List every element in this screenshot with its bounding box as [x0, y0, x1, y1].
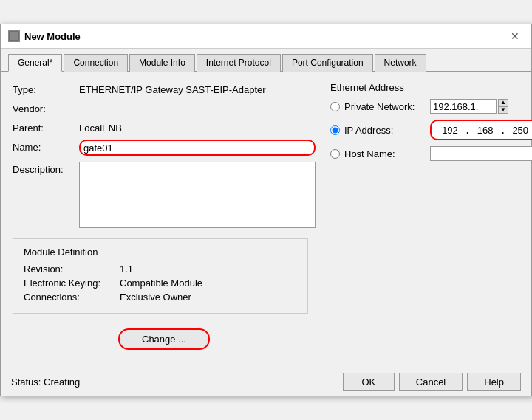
electronic-keying-value: Compatible Module: [120, 278, 202, 289]
host-name-input[interactable]: [430, 146, 532, 161]
module-def-title: Module Definition: [24, 247, 297, 258]
change-button-area: Change ...: [13, 328, 316, 350]
status-value: Creating: [44, 376, 80, 388]
private-network-row: Private Network: ▲ ▼: [330, 99, 532, 114]
ok-button[interactable]: OK: [343, 373, 395, 391]
title-bar: New Module ✕: [1, 24, 531, 49]
status-bar: Status: Creating OK Cancel Help: [1, 368, 531, 396]
spin-down-button[interactable]: ▼: [498, 106, 508, 114]
tab-general[interactable]: General*: [8, 54, 62, 72]
svg-rect-1: [11, 33, 13, 35]
svg-rect-2: [15, 33, 17, 35]
connections-row: Connections: Exclusive Owner: [24, 292, 297, 303]
ethernet-radio-group: Private Network: ▲ ▼ IP Address:: [330, 99, 532, 161]
private-network-input[interactable]: [430, 99, 497, 114]
private-network-radio[interactable]: [330, 102, 340, 111]
private-network-spinner: ▲ ▼: [498, 99, 508, 114]
title-bar-left: New Module: [8, 30, 81, 42]
parent-row: Parent: LocalENB: [13, 120, 316, 134]
host-name-row: Host Name:: [330, 146, 532, 161]
ip-dot-2: .: [502, 125, 505, 136]
tab-bar: General* Connection Module Info Internet…: [1, 49, 531, 72]
type-row: Type: ETHERNET/IP Gateway SAST-EIP-Adapt…: [13, 82, 316, 95]
parent-label: Parent:: [13, 120, 79, 134]
host-name-radio[interactable]: [330, 149, 340, 159]
left-section: Type: ETHERNET/IP Gateway SAST-EIP-Adapt…: [13, 82, 316, 357]
private-network-label: Private Network:: [344, 101, 426, 112]
main-area: Type: ETHERNET/IP Gateway SAST-EIP-Adapt…: [13, 82, 519, 357]
tab-network[interactable]: Network: [375, 54, 426, 72]
main-content: Type: ETHERNET/IP Gateway SAST-EIP-Adapt…: [1, 72, 531, 368]
ip-segment-2[interactable]: [471, 123, 499, 137]
tab-internet-protocol[interactable]: Internet Protocol: [197, 54, 281, 72]
name-row: Name:: [13, 140, 316, 156]
spin-up-button[interactable]: ▲: [498, 99, 508, 106]
vendor-label: Vendor:: [13, 101, 79, 114]
host-name-label: Host Name:: [344, 148, 426, 159]
change-button[interactable]: Change ...: [118, 328, 210, 350]
svg-rect-0: [10, 32, 18, 41]
type-value: ETHERNET/IP Gateway SAST-EIP-Adapter: [79, 82, 266, 95]
help-button[interactable]: Help: [467, 373, 521, 391]
status-label: Status:: [11, 376, 41, 388]
ip-address-row: IP Address: . . .: [330, 120, 532, 140]
description-label: Description:: [13, 162, 79, 175]
type-label: Type:: [13, 82, 79, 95]
revision-label: Revision:: [24, 264, 120, 275]
revision-row: Revision: 1.1: [24, 264, 297, 275]
status-area: Status: Creating: [11, 376, 80, 388]
svg-rect-3: [11, 37, 13, 39]
description-row: Description:: [13, 162, 316, 228]
connections-label: Connections:: [24, 292, 120, 303]
name-label: Name:: [13, 140, 79, 153]
ip-address-input-group: . . .: [430, 120, 532, 140]
ip-address-radio[interactable]: [330, 125, 340, 135]
electronic-keying-row: Electronic Keying: Compatible Module: [24, 278, 297, 289]
ip-dot-1: .: [466, 125, 469, 136]
electronic-keying-label: Electronic Keying:: [24, 278, 120, 289]
name-input[interactable]: [79, 140, 316, 156]
close-button[interactable]: ✕: [506, 29, 524, 44]
dialog-buttons: OK Cancel Help: [343, 373, 521, 391]
parent-value: LocalENB: [79, 120, 122, 134]
cancel-button[interactable]: Cancel: [399, 373, 463, 391]
ip-segment-1[interactable]: [436, 123, 464, 137]
private-network-input-group: ▲ ▼: [430, 99, 508, 114]
connections-value: Exclusive Owner: [120, 292, 191, 303]
tab-port-configuration[interactable]: Port Configuration: [282, 54, 373, 72]
right-section: Ethernet Address Private Network: ▲ ▼: [330, 82, 532, 357]
new-module-window: New Module ✕ General* Connection Module …: [0, 24, 532, 396]
ip-address-label: IP Address:: [344, 125, 426, 136]
description-input[interactable]: [79, 162, 316, 228]
module-definition-section: Module Definition Revision: 1.1 Electron…: [13, 238, 308, 314]
window-icon: [8, 30, 20, 42]
vendor-row: Vendor:: [13, 101, 316, 114]
ip-segment-3[interactable]: [506, 123, 532, 137]
ethernet-address-label: Ethernet Address: [330, 82, 532, 93]
window-title: New Module: [24, 31, 81, 42]
tab-module-info[interactable]: Module Info: [129, 54, 195, 72]
revision-value: 1.1: [120, 264, 133, 275]
tab-connection[interactable]: Connection: [64, 54, 128, 72]
